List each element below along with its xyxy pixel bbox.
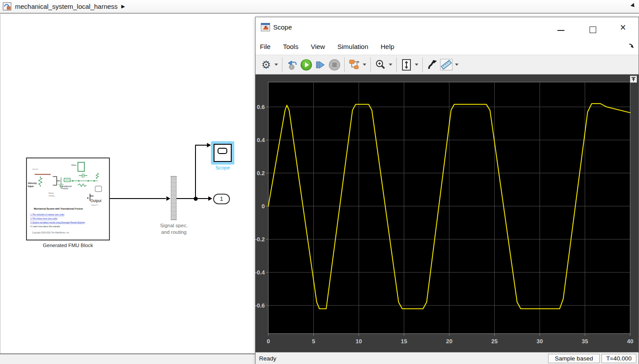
scope-statusbar: Ready Sample based T=40.000 <box>256 352 639 364</box>
svg-text:0.2: 0.2 <box>257 170 265 176</box>
dropdown-arrow-icon <box>415 64 418 66</box>
stop-button[interactable] <box>327 57 342 72</box>
menu-simulation[interactable]: Simulation <box>337 43 368 50</box>
arrowhead-icon <box>207 143 211 147</box>
scope-screen-icon <box>218 148 227 154</box>
menu-help[interactable]: Help <box>381 43 395 50</box>
dropdown-arrow-icon <box>389 64 392 66</box>
dropdown-arrow-icon <box>455 64 459 66</box>
fmu-solver-label-2: Config. <box>49 195 55 197</box>
fmu-output-port-label: Output <box>90 199 102 203</box>
run-icon <box>300 59 312 71</box>
signal-spec-label: Signal spec. and routing <box>152 222 196 236</box>
highlight-simulink-block-icon <box>348 59 361 71</box>
close-button[interactable]: × <box>620 22 626 33</box>
toolbar-separator <box>344 57 345 72</box>
scope-canvas-svg[interactable]: 05101520253035400.60.40.20-0.2-0.4-0.6 <box>256 75 639 352</box>
step-forward-button[interactable] <box>313 57 327 72</box>
signal-spec-routing-block[interactable] <box>171 176 177 220</box>
toolbar-separator <box>282 57 282 72</box>
step-forward-icon <box>315 59 326 71</box>
breadcrumb-arrow[interactable]: ▶ <box>121 4 125 9</box>
svg-text:-0.4: -0.4 <box>256 269 265 276</box>
scale-axes-dropdown[interactable] <box>413 57 420 72</box>
svg-text:0.6: 0.6 <box>257 104 265 110</box>
step-back-button[interactable] <box>285 57 299 72</box>
simulink-model-icon <box>3 2 11 11</box>
toolbar-separator <box>396 57 397 72</box>
expand-button[interactable] <box>630 75 637 83</box>
scope-plot-area[interactable]: 05101520253035400.60.40.20-0.2-0.4-0.6 <box>256 75 639 352</box>
scope-block-label: Scope <box>208 165 237 170</box>
breadcrumb: mechanical_system_local_harness ▶ <box>0 0 639 14</box>
wire-branch-to-scope[interactable] <box>195 145 207 146</box>
svg-text:40: 40 <box>627 338 633 345</box>
scope-toolbar: ⚙ <box>256 55 639 75</box>
menu-view[interactable]: View <box>311 43 325 50</box>
sensor-symbol <box>95 186 102 192</box>
svg-text:30: 30 <box>537 338 543 345</box>
fmu-block[interactable]: Velocity Input Solver Config. Translatio… <box>26 158 110 240</box>
measurements-dropdown[interactable] <box>454 57 460 72</box>
svg-text:25: 25 <box>491 338 497 345</box>
outport-label: 1 <box>220 196 223 202</box>
fmu-annotation-link-1: 1. Plot velocities of masses (see code) <box>30 214 64 216</box>
breadcrumb-model-name[interactable]: mechanical_system_local_harness <box>15 3 118 10</box>
minimize-button[interactable] <box>557 30 564 31</box>
status-sample-mode: Sample based <box>548 354 600 363</box>
scope-window: Scope × File Tools View Simulation Help … <box>255 17 639 364</box>
zoom-in-button[interactable] <box>373 57 387 72</box>
wire-branch-vertical[interactable] <box>195 145 196 199</box>
svg-text:0: 0 <box>262 203 265 210</box>
scale-axes-button[interactable] <box>399 57 413 72</box>
menu-file[interactable]: File <box>260 43 271 50</box>
dropdown-arrow-icon <box>363 64 366 66</box>
fmu-annotation-line-4: 4. Learn more about this example <box>30 225 60 228</box>
zoom-dropdown[interactable] <box>387 57 394 72</box>
measurements-button[interactable] <box>440 57 454 72</box>
fmu-thumbnail: Velocity Input Solver Config. Translatio… <box>27 158 109 240</box>
fmu-solver-label-1: Solver <box>49 192 54 194</box>
svg-text:10: 10 <box>356 338 362 345</box>
fmu-annotation-link-2: 2. Plot friction force (see code) <box>30 218 58 220</box>
wire-fmu-to-routing[interactable] <box>110 198 166 199</box>
menu-tools[interactable]: Tools <box>283 43 298 50</box>
svg-text:20: 20 <box>446 338 452 345</box>
trigger-button[interactable] <box>425 57 440 72</box>
maximize-button[interactable] <box>590 26 596 33</box>
highlight-dropdown[interactable] <box>361 57 368 72</box>
trigger-icon <box>427 59 438 71</box>
fmu-annotation-title: Mechanical System with Translational Fri… <box>34 207 83 210</box>
scope-block-selection <box>211 141 234 165</box>
settings-dropdown[interactable] <box>273 57 279 72</box>
wire-routing-to-outport[interactable] <box>177 198 208 199</box>
breadcrumb-overflow-icon[interactable] <box>631 3 636 9</box>
svg-text:0.4: 0.4 <box>257 137 265 143</box>
fmu-block-label: Generated FMU Block <box>13 243 123 248</box>
dock-icon[interactable] <box>628 43 634 49</box>
fmu-friction-label-1: Translational <box>60 185 71 188</box>
highlight-simulink-block-button[interactable] <box>347 57 361 72</box>
expand-arrow-icon <box>631 77 636 82</box>
svg-text:-0.6: -0.6 <box>256 302 265 309</box>
settings-button[interactable]: ⚙ <box>259 57 273 72</box>
scope-titlebar[interactable]: Scope × <box>256 17 639 38</box>
fmu-input-label-1: Velocity <box>28 182 37 184</box>
fmu-input-label-2: Input <box>28 185 34 188</box>
fmu-copyright: Copyright 2018-2020 The MathWorks, Inc. <box>32 232 70 234</box>
status-text: Ready <box>259 355 276 362</box>
fmu-friction-label-2: Friction <box>61 188 68 190</box>
scope-block[interactable] <box>214 144 232 162</box>
run-button[interactable] <box>299 57 313 72</box>
arrowhead-icon <box>166 196 170 201</box>
measurements-icon <box>440 59 453 71</box>
window-title: Scope <box>273 23 292 31</box>
svg-text:-0.2: -0.2 <box>256 236 265 243</box>
arrowhead-icon <box>208 196 212 201</box>
svg-text:5: 5 <box>312 338 315 345</box>
fmu-output-port-sublabel: Signal 1 <box>91 204 98 206</box>
zoom-in-icon <box>375 59 386 71</box>
outport-block[interactable]: 1 <box>213 194 230 204</box>
mass-symbol <box>78 162 85 172</box>
scope-menubar: File Tools View Simulation Help <box>256 38 639 55</box>
